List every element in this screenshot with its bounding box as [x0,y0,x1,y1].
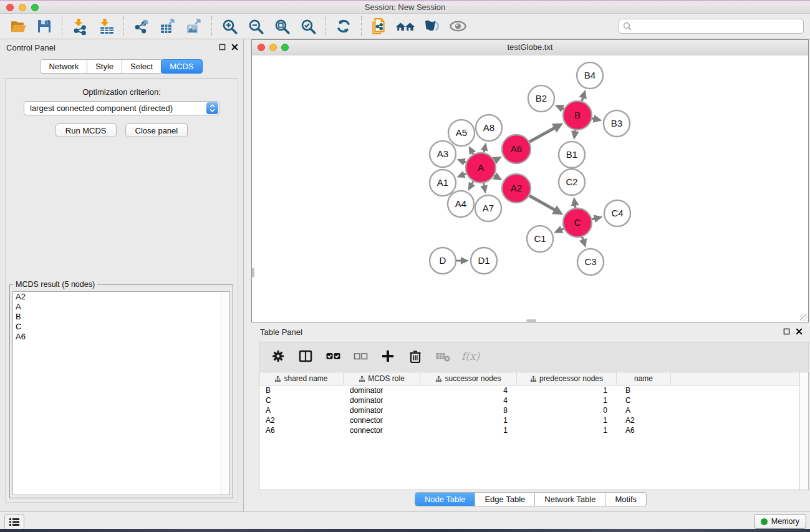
import-network-icon[interactable] [67,16,93,37]
show-all-icon[interactable] [445,16,471,37]
table-cell[interactable]: 1 [517,386,617,395]
export-table-icon[interactable] [155,16,181,37]
save-session-icon[interactable] [31,16,57,37]
add-icon[interactable] [377,345,399,367]
table-cell[interactable]: 0 [517,406,617,415]
mcds-result-item[interactable]: A [13,302,229,312]
search-input[interactable] [619,19,804,34]
function-builder-icon[interactable]: f(x) [459,350,480,362]
table-cell[interactable]: B [617,386,671,395]
table-cell[interactable]: 4 [420,396,517,405]
table-cell[interactable]: dominator [344,386,420,395]
memory-button[interactable]: Memory [754,514,806,529]
mcds-result-item[interactable]: C [13,322,229,332]
close-table-panel-icon[interactable] [796,328,803,335]
table-row[interactable]: Cdominator41C [259,395,808,405]
canvas-vertical-scrollbar[interactable] [252,268,254,278]
show-column-icon[interactable] [294,345,317,367]
table-cell[interactable]: 1 [517,416,617,425]
table-cell[interactable]: connector [344,416,420,425]
column-header-name[interactable]: name [617,372,671,385]
table-cell[interactable]: A6 [617,426,671,435]
tab-node-table[interactable]: Node Table [415,493,476,506]
zoom-out-icon[interactable] [243,16,269,37]
task-history-button[interactable] [4,514,24,530]
table-cell[interactable]: 8 [420,406,517,415]
result-scrollbar[interactable] [221,292,229,495]
node-label-C: C [574,217,581,228]
float-panel-icon[interactable] [219,44,226,51]
refresh-icon[interactable] [330,16,357,37]
zoom-in-icon[interactable] [216,16,243,37]
window-resize-grip[interactable] [800,314,808,321]
table-cell[interactable]: connector [344,426,420,435]
tab-edge-table[interactable]: Edge Table [475,493,535,506]
table-cell[interactable]: C [617,396,671,405]
float-table-panel-icon[interactable] [783,328,790,335]
column-header-label: successor nodes [445,374,501,383]
tab-select[interactable]: Select [122,59,162,74]
table-row[interactable]: Adominator80A [259,405,808,415]
open-file-icon[interactable] [5,16,31,37]
zoom-fit-icon[interactable] [269,16,295,37]
tab-motifs[interactable]: Motifs [605,493,646,506]
table-cell[interactable]: A2 [617,416,671,425]
table-cell[interactable]: B [259,386,344,395]
run-mcds-button[interactable]: Run MCDS [55,123,117,137]
delete-icon[interactable] [404,345,427,367]
select-all-icon[interactable] [322,345,344,367]
table-row[interactable]: A6connector11A6 [259,425,808,435]
unselect-all-icon[interactable] [349,345,372,367]
table-cell[interactable]: dominator [344,406,420,415]
export-image-icon[interactable] [181,16,207,37]
network-canvas[interactable]: B4B2BB3A5A8A6A3AB1A1C2A2A4A7C4CC1C3DD1 [252,56,808,322]
table-cell[interactable]: A2 [259,416,344,425]
table-cell[interactable]: A6 [259,426,344,435]
table-cell[interactable]: A [259,406,344,415]
mcds-result-item[interactable]: A2 [13,292,229,302]
table-row[interactable]: Bdominator41B [259,385,808,395]
table-scrollbar[interactable] [799,372,808,490]
network-window-title: testGlobe.txt [252,42,808,52]
app-titlebar[interactable]: Session: New Session [0,1,810,14]
close-panel-icon[interactable] [231,44,238,51]
edge-A6-B[interactable] [529,128,555,142]
table-cell[interactable]: 1 [420,426,517,435]
tab-network[interactable]: Network [40,59,87,74]
hide-selected-icon[interactable] [418,16,445,37]
attribute-type-icon [435,375,442,382]
toolbar-separator [211,16,212,36]
column-header-predecessor-nodes[interactable]: predecessor nodes [517,372,617,385]
tab-style[interactable]: Style [87,59,122,74]
import-table-icon[interactable] [93,16,119,37]
first-neighbors-icon[interactable] [392,16,418,37]
network-graph[interactable]: B4B2BB3A5A8A6A3AB1A1C2A2A4A7C4CC1C3DD1 [252,56,808,322]
mcds-result-list[interactable]: A2ABCA6 [12,291,230,495]
export-network-icon[interactable] [128,16,155,37]
table-cell[interactable]: C [259,396,344,405]
table-cell[interactable]: 1 [420,416,517,425]
tab-network-table[interactable]: Network Table [535,493,605,506]
column-header-mcds-role[interactable]: MCDS role [344,372,420,385]
table-cell[interactable]: A [617,406,671,415]
table-panel: Table Panel [251,324,810,510]
mcds-result-item[interactable]: A6 [13,332,229,342]
clone-network-icon[interactable] [366,16,392,37]
table-cell[interactable]: 1 [517,426,617,435]
table-cell[interactable]: 4 [420,386,517,395]
mcds-result-item[interactable]: B [13,312,229,322]
tab-mcds[interactable]: MCDS [161,59,202,74]
table-cell[interactable]: dominator [344,396,420,405]
canvas-horizontal-scrollbar[interactable] [526,319,536,322]
column-header-shared-name[interactable]: shared name [259,372,344,385]
settings-gear-icon[interactable] [267,345,289,367]
table-row[interactable]: A2connector11A2 [259,415,808,425]
edge-A2-C[interactable] [529,196,555,210]
zoom-selected-icon[interactable] [295,16,321,37]
table-cell[interactable]: 1 [517,396,617,405]
delete-table-icon[interactable] [432,345,454,367]
criterion-select[interactable]: largest connected component (directed) [24,101,219,115]
column-header-successor-nodes[interactable]: successor nodes [420,372,517,385]
network-window-titlebar[interactable]: testGlobe.txt [252,40,808,56]
close-panel-button[interactable]: Close panel [125,123,188,137]
